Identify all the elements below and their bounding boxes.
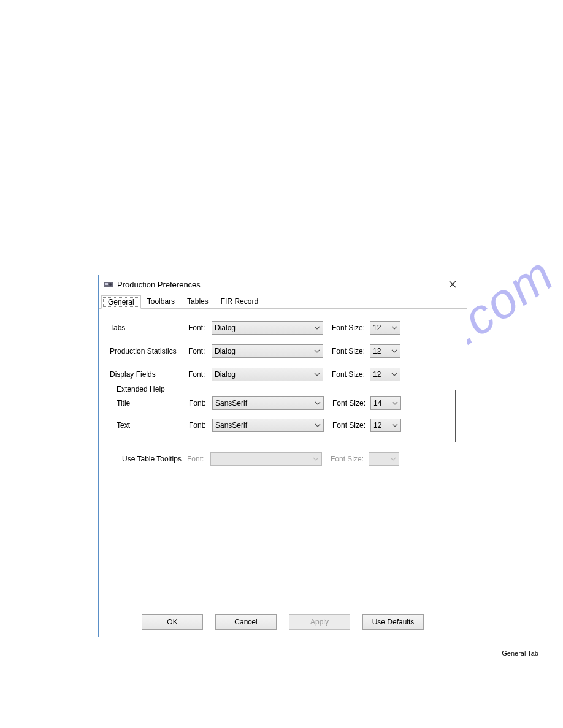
- title-size-combo[interactable]: 14: [370, 396, 401, 410]
- titlebar: Production Preferences: [99, 275, 467, 294]
- app-icon: [104, 279, 113, 289]
- tab-general[interactable]: General: [101, 295, 141, 309]
- extended-help-group: Extended Help Title Font: SansSerif Font…: [110, 390, 456, 442]
- figure-caption: General Tab: [502, 650, 538, 657]
- tab-content: Tabs Font: Dialog Font Size: 12 Producti…: [99, 309, 467, 607]
- row-use-table-tooltips: Use Table Tooltips Font: Font Size:: [110, 451, 456, 467]
- text-font-combo[interactable]: SansSerif: [212, 419, 324, 432]
- combo-value: SansSerif: [215, 421, 247, 430]
- ok-button[interactable]: OK: [142, 614, 203, 630]
- combo-value: Dialog: [215, 370, 236, 379]
- chevron-down-icon: [391, 348, 397, 354]
- size-label: Font Size:: [332, 421, 370, 430]
- chevron-down-icon: [390, 456, 396, 462]
- tooltips-size-combo: [369, 452, 399, 466]
- tab-fir-record[interactable]: FIR Record: [215, 295, 264, 309]
- close-icon: [449, 281, 456, 288]
- chevron-down-icon: [313, 456, 319, 462]
- preferences-dialog: Production Preferences General Toolbars …: [98, 275, 467, 637]
- chevron-down-icon: [392, 422, 398, 428]
- row-title: Title Font: SansSerif Font Size: 14: [117, 395, 449, 411]
- prodstats-size-combo[interactable]: 12: [370, 344, 400, 358]
- dialog-title: Production Preferences: [117, 280, 443, 289]
- combo-value: 14: [373, 399, 381, 408]
- combo-value: Dialog: [215, 347, 236, 355]
- combo-value: 12: [373, 370, 381, 379]
- extended-help-legend: Extended Help: [114, 385, 167, 393]
- label-tabs: Tabs: [110, 324, 188, 332]
- chevron-down-icon: [391, 371, 397, 377]
- svg-point-2: [109, 283, 112, 286]
- chevron-down-icon: [314, 325, 320, 331]
- chevron-down-icon: [314, 348, 320, 354]
- apply-button: Apply: [289, 614, 350, 630]
- label-display: Display Fields: [110, 370, 188, 379]
- tabs-size-combo[interactable]: 12: [370, 321, 400, 335]
- chevron-down-icon: [392, 400, 398, 406]
- font-label: Font:: [189, 399, 212, 408]
- tabs-font-combo[interactable]: Dialog: [212, 321, 323, 335]
- chevron-down-icon: [315, 422, 321, 428]
- display-size-combo[interactable]: 12: [370, 368, 400, 381]
- row-display-fields: Display Fields Font: Dialog Font Size: 1…: [110, 366, 456, 382]
- font-label: Font:: [189, 421, 212, 430]
- label-use-tooltips: Use Table Tooltips: [122, 455, 187, 463]
- combo-value: 12: [373, 347, 381, 355]
- text-size-combo[interactable]: 12: [370, 419, 401, 432]
- size-label: Font Size:: [332, 399, 370, 408]
- button-bar: OK Cancel Apply Use Defaults: [99, 607, 467, 637]
- font-label: Font:: [188, 347, 212, 355]
- close-button[interactable]: [443, 277, 462, 292]
- font-label: Font:: [187, 455, 210, 463]
- combo-value: SansSerif: [215, 399, 247, 408]
- label-text: Text: [117, 421, 189, 430]
- tooltips-font-combo: [210, 452, 322, 466]
- font-label: Font:: [188, 324, 212, 332]
- tabstrip: General Toolbars Tables FIR Record: [99, 294, 467, 309]
- use-defaults-button[interactable]: Use Defaults: [362, 614, 424, 630]
- row-text: Text Font: SansSerif Font Size: 12: [117, 417, 449, 433]
- combo-value: 12: [373, 324, 381, 332]
- display-font-combo[interactable]: Dialog: [212, 368, 323, 381]
- size-label: Font Size:: [332, 347, 370, 355]
- svg-rect-1: [105, 283, 108, 285]
- title-font-combo[interactable]: SansSerif: [212, 396, 324, 410]
- label-title: Title: [117, 399, 189, 408]
- chevron-down-icon: [314, 371, 320, 377]
- row-tabs: Tabs Font: Dialog Font Size: 12: [110, 320, 456, 336]
- font-label: Font:: [188, 370, 212, 379]
- tab-toolbars[interactable]: Toolbars: [141, 295, 181, 309]
- row-production-statistics: Production Statistics Font: Dialog Font …: [110, 343, 456, 359]
- chevron-down-icon: [315, 400, 321, 406]
- chevron-down-icon: [391, 325, 397, 331]
- tab-tables[interactable]: Tables: [181, 295, 215, 309]
- size-label: Font Size:: [332, 370, 370, 379]
- prodstats-font-combo[interactable]: Dialog: [212, 344, 323, 358]
- size-label: Font Size:: [332, 324, 370, 332]
- label-prodstats: Production Statistics: [110, 347, 188, 355]
- combo-value: Dialog: [215, 324, 236, 332]
- cancel-button[interactable]: Cancel: [215, 614, 277, 630]
- size-label: Font Size:: [331, 455, 369, 463]
- use-table-tooltips-checkbox[interactable]: [110, 455, 118, 463]
- combo-value: 12: [373, 421, 381, 430]
